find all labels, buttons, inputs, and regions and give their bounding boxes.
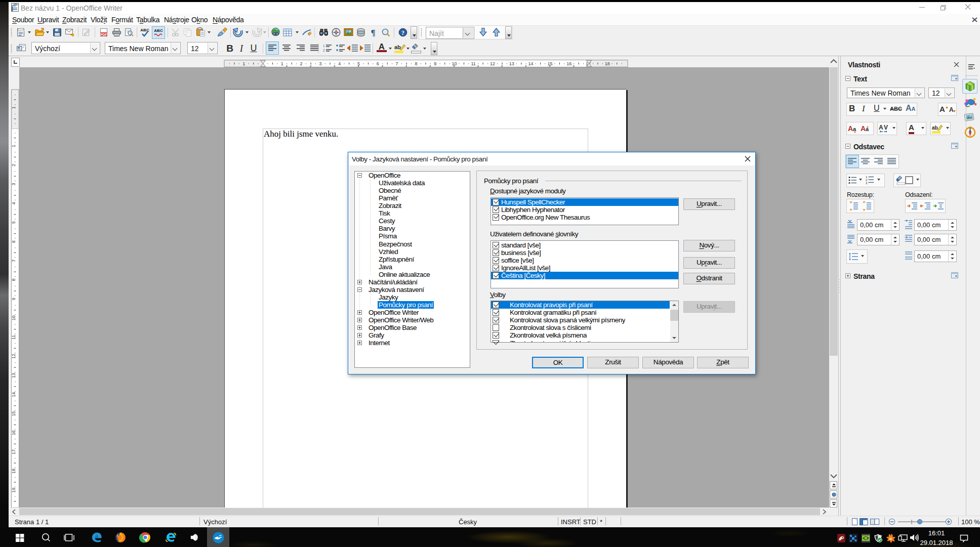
svg-text:A: A (879, 124, 883, 131)
svg-text:1: 1 (11, 106, 16, 109)
svg-text:A: A (848, 124, 853, 133)
svg-text:6: 6 (377, 61, 379, 66)
svg-text:9: 9 (434, 61, 436, 66)
svg-text:A: A (949, 106, 954, 113)
svg-text:14: 14 (11, 392, 16, 397)
svg-text:12: 12 (490, 61, 495, 66)
svg-text:V: V (884, 124, 888, 131)
svg-text:2: 2 (300, 61, 303, 66)
svg-text:13: 13 (509, 61, 514, 66)
svg-text:11: 11 (471, 61, 476, 66)
svg-text:N: N (969, 127, 971, 130)
svg-text:?: ? (401, 29, 404, 36)
svg-text:1: 1 (242, 61, 245, 66)
svg-text:A: A (861, 124, 866, 133)
svg-text:3: 3 (319, 61, 321, 66)
svg-text:11: 11 (11, 335, 16, 340)
svg-text:18: 18 (605, 61, 610, 66)
svg-text:17: 17 (11, 449, 16, 454)
svg-text:13: 13 (11, 373, 16, 378)
svg-text:8: 8 (415, 61, 417, 66)
svg-text:18: 18 (11, 469, 16, 474)
svg-text:4: 4 (338, 61, 341, 66)
svg-text:10: 10 (11, 316, 16, 321)
svg-text:9: 9 (11, 298, 16, 300)
svg-text:ab: ab (932, 125, 938, 131)
svg-text:16: 16 (11, 430, 16, 435)
svg-text:2: 2 (323, 49, 325, 52)
svg-text:ab: ab (394, 44, 401, 50)
svg-text:6: 6 (11, 240, 16, 243)
svg-text:ABC: ABC (154, 28, 163, 33)
svg-text:2: 2 (11, 164, 16, 166)
svg-text:7: 7 (11, 260, 16, 262)
svg-text:15: 15 (11, 411, 16, 416)
svg-text:14: 14 (528, 61, 534, 66)
svg-text:a: a (889, 536, 892, 541)
svg-text:4: 4 (11, 202, 16, 204)
svg-text:12: 12 (11, 354, 16, 359)
svg-text:¶: ¶ (371, 28, 375, 37)
svg-text:19: 19 (11, 488, 16, 493)
svg-text:8: 8 (11, 278, 16, 281)
svg-text:16: 16 (566, 61, 571, 66)
svg-text:1: 1 (323, 44, 325, 48)
svg-text:1: 1 (11, 145, 16, 147)
svg-text:a: a (853, 126, 856, 132)
svg-text:PDF: PDF (101, 33, 107, 36)
svg-text:7: 7 (396, 61, 398, 66)
svg-text:A: A (940, 105, 945, 113)
svg-text:1: 1 (281, 61, 283, 66)
svg-text:3: 3 (11, 183, 16, 185)
svg-text:5: 5 (11, 221, 16, 224)
